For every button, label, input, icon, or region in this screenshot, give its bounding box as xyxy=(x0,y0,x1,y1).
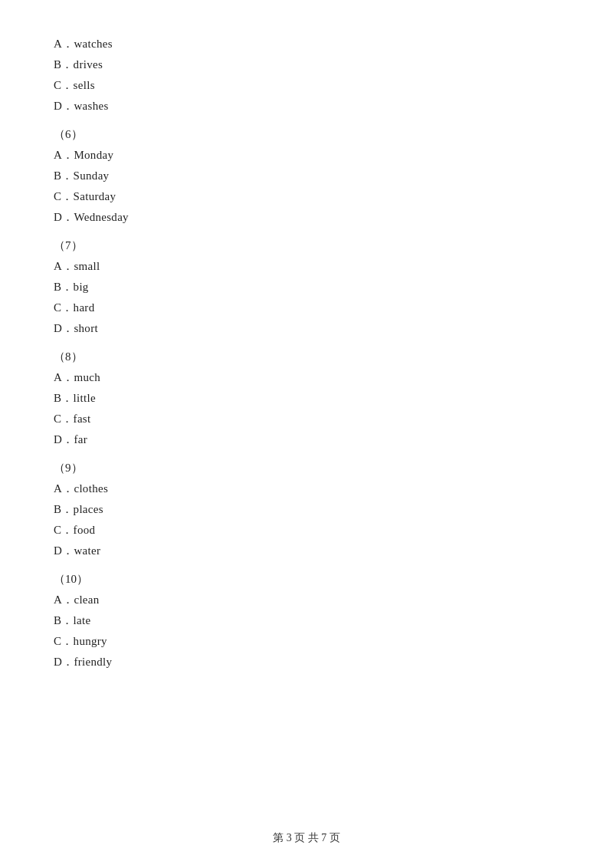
option-8d: D．far xyxy=(54,432,559,447)
option-9a: A．clothes xyxy=(54,482,559,496)
question-number-9: （9） xyxy=(54,461,559,475)
option-7a: A．small xyxy=(54,259,559,274)
question-number-10: （10） xyxy=(54,572,559,587)
option-6d: D．Wednesday xyxy=(54,210,559,225)
option-5b: B．drives xyxy=(54,58,559,72)
option-7c: C．hard xyxy=(54,301,559,315)
option-5c: C．sells xyxy=(54,78,559,93)
question-block-7: （7） A．small B．big C．hard D．short xyxy=(54,238,559,336)
option-6c: C．Saturday xyxy=(54,189,559,204)
option-8c: C．fast xyxy=(54,412,559,426)
option-10b: B．late xyxy=(54,613,559,628)
option-9c: C．food xyxy=(54,523,559,538)
option-9d: D．water xyxy=(54,544,559,558)
page-footer: 第 3 页 共 7 页 xyxy=(0,831,613,845)
option-6b: B．Sunday xyxy=(54,169,559,183)
question-number-7: （7） xyxy=(54,238,559,253)
question-number-8: （8） xyxy=(54,350,559,364)
question-block-5: A．watches B．drives C．sells D．washes xyxy=(54,37,559,113)
option-9b: B．places xyxy=(54,502,559,517)
option-7d: D．short xyxy=(54,321,559,336)
option-8a: A．much xyxy=(54,370,559,385)
option-7b: B．big xyxy=(54,280,559,294)
option-10a: A．clean xyxy=(54,593,559,607)
footer-text: 第 3 页 共 7 页 xyxy=(273,832,340,843)
option-5d: D．washes xyxy=(54,99,559,113)
question-block-10: （10） A．clean B．late C．hungry D．friendly xyxy=(54,572,559,669)
question-block-6: （6） A．Monday B．Sunday C．Saturday D．Wedne… xyxy=(54,127,559,225)
option-6a: A．Monday xyxy=(54,148,559,163)
option-10d: D．friendly xyxy=(54,655,559,669)
option-10c: C．hungry xyxy=(54,634,559,649)
option-8b: B．little xyxy=(54,391,559,406)
question-number-6: （6） xyxy=(54,127,559,142)
option-5a: A．watches xyxy=(54,37,559,51)
page-content: A．watches B．drives C．sells D．washes （6） … xyxy=(0,0,613,722)
question-block-8: （8） A．much B．little C．fast D．far xyxy=(54,350,559,447)
question-block-9: （9） A．clothes B．places C．food D．water xyxy=(54,461,559,558)
